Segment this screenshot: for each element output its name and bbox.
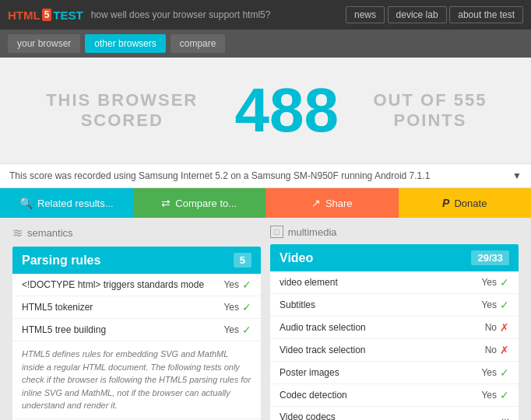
search-icon: 🔍 (19, 197, 33, 209)
test-description: HTML5 defines rules for embedding SVG an… (12, 341, 261, 419)
multimedia-column: □ multimedia Video 29/33 video element Y… (266, 226, 523, 420)
table-row: Subtitles Yes ✓ (270, 294, 519, 317)
nav-bar: your browser other browsers compare (0, 30, 531, 58)
test-label: video element (280, 277, 338, 288)
test-result: Yes ✓ (481, 366, 509, 379)
nav-device-lab-button[interactable]: device lab (388, 6, 447, 23)
multimedia-icon: □ (270, 226, 283, 238)
check-icon: ✓ (500, 276, 509, 289)
logo-html: HTML (8, 9, 40, 22)
video-title: Video (280, 251, 313, 265)
semantics-icon: ≋ (12, 226, 23, 240)
test-label: <!DOCTYPE html> triggers standards mode (22, 279, 204, 290)
score-number: 488 (234, 79, 338, 142)
compare-label: Compare to... (175, 198, 237, 209)
score-prefix: THIS BROWSER SCORED (16, 90, 228, 131)
info-text: This score was recorded using Samsung In… (9, 170, 430, 181)
test-label: Video codecs (280, 411, 336, 420)
parsing-rules-score: 5 (234, 253, 251, 268)
table-row: video element Yes ✓ (270, 271, 519, 294)
test-label: Poster images (280, 367, 339, 378)
table-row: <!DOCTYPE html> triggers standards mode … (12, 274, 261, 296)
tagline: how well does your browser support html5… (91, 9, 271, 20)
content: ≋ semantics Parsing rules 5 <!DOCTYPE ht… (0, 218, 531, 420)
test-result: Yes ✓ (223, 278, 251, 291)
compare-button[interactable]: compare (171, 34, 226, 53)
multimedia-section-header: □ multimedia (270, 226, 519, 238)
test-result: No ✗ (485, 344, 509, 356)
score-section: THIS BROWSER SCORED 488 OUT OF 555 POINT… (0, 58, 531, 163)
video-score: 29/33 (471, 250, 509, 265)
semantics-section-header: ≋ semantics (12, 226, 261, 240)
table-row: Audio track selection No ✗ (270, 317, 519, 339)
test-result: Yes ✓ (481, 276, 509, 289)
logo-5: 5 (42, 9, 52, 21)
video-title-bar: Video 29/33 (270, 244, 519, 271)
table-row: Codec detection Yes ✓ (270, 384, 519, 407)
share-button[interactable]: ↗ Share (266, 188, 399, 218)
check-icon: ✓ (242, 324, 251, 336)
check-icon: ✓ (500, 366, 509, 379)
logo: HTML 5 TEST (8, 9, 83, 22)
donate-button[interactable]: P Donate (399, 188, 532, 218)
table-row: Video track selection No ✗ (270, 339, 519, 362)
nav-about-test-button[interactable]: about the test (449, 6, 523, 23)
cross-icon: ✗ (500, 344, 509, 356)
semantics-column: ≋ semantics Parsing rules 5 <!DOCTYPE ht… (8, 226, 266, 420)
test-label: Video track selection (280, 345, 366, 355)
share-icon: ↗ (311, 197, 321, 209)
related-results-button[interactable]: 🔍 Related results... (0, 188, 133, 218)
video-card: Video 29/33 video element Yes ✓ Subtitle… (270, 244, 519, 420)
cross-icon: ✗ (500, 321, 509, 334)
check-icon: ✓ (242, 301, 251, 313)
info-bar: This score was recorded using Samsung In… (0, 163, 531, 188)
dropdown-icon[interactable]: ▼ (512, 170, 522, 181)
test-label: Codec detection (280, 390, 347, 401)
parsing-rules-title: Parsing rules (22, 254, 100, 268)
related-label: Related results... (37, 198, 114, 209)
test-label: Subtitles (280, 299, 315, 310)
score-line: THIS BROWSER SCORED 488 OUT OF 555 POINT… (16, 79, 515, 142)
other-browsers-button[interactable]: other browsers (85, 34, 165, 53)
table-row: Poster images Yes ✓ (270, 362, 519, 384)
share-label: Share (325, 198, 353, 209)
compare-icon: ⇄ (161, 197, 171, 209)
paypal-icon: P (442, 197, 449, 209)
parsing-rules-card: Parsing rules 5 <!DOCTYPE html> triggers… (12, 247, 261, 420)
table-row: Video codecs ... (270, 407, 519, 420)
parsing-rules-title-bar: Parsing rules 5 (12, 247, 261, 274)
check-icon: ✓ (500, 299, 509, 311)
donate-label: Donate (454, 198, 487, 209)
table-row: HTML5 tokenizer Yes ✓ (12, 296, 261, 319)
semantics-label: semantics (27, 227, 73, 239)
logo-area: HTML 5 TEST how well does your browser s… (8, 9, 270, 22)
action-bar: 🔍 Related results... ⇄ Compare to... ↗ S… (0, 188, 531, 218)
header: HTML 5 TEST how well does your browser s… (0, 0, 531, 30)
test-label: Audio track selection (280, 322, 366, 333)
header-nav-right: news device lab about the test (346, 6, 523, 23)
logo-test: TEST (53, 9, 83, 22)
check-icon: ✓ (242, 278, 251, 291)
compare-to-button[interactable]: ⇄ Compare to... (133, 188, 266, 218)
nav-news-button[interactable]: news (346, 6, 385, 23)
multimedia-label: multimedia (288, 226, 337, 238)
table-row: HTML5 tree building Yes ✓ (12, 319, 261, 341)
test-label: HTML5 tokenizer (22, 302, 93, 313)
test-label: HTML5 tree building (22, 324, 106, 335)
score-suffix: OUT OF 555 POINTS (345, 90, 515, 131)
nav-left: your browser other browsers compare (8, 34, 225, 53)
test-result: Yes ✓ (481, 389, 509, 401)
check-icon: ✓ (500, 389, 509, 401)
test-result: Yes ✓ (481, 299, 509, 311)
test-result: Yes ✓ (223, 301, 251, 313)
test-result: Yes ✓ (223, 324, 251, 336)
test-result: ... (501, 411, 509, 420)
test-result: No ✗ (485, 321, 509, 334)
your-browser-button[interactable]: your browser (8, 34, 80, 53)
